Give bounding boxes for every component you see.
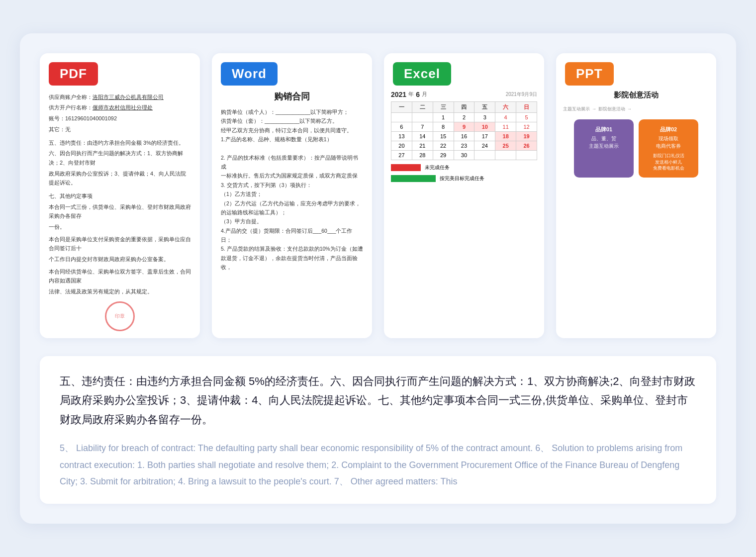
- pdf-content: 供应商账户全称：洛阳市三威办公机具有限公司 供方开户行名称：偃师市农村信用社分理…: [40, 86, 200, 338]
- ppt-box-2: 品牌02 现场领取 电商代客券 影院门口礼仪活 发送相小鲜儿 免费看电影机会: [639, 119, 698, 178]
- pdf-line-11: 本合同是采购单位支付采购资金的重要依据，采购单位应自合同签订后十: [49, 235, 191, 253]
- text-section: 五、违约责任：由违约方承担合同金额 5%的经济责任。六、因合同执行而产生问题的解…: [40, 356, 716, 504]
- excel-row-5: 27 28 29 30: [391, 150, 537, 160]
- excel-badge: Excel: [393, 62, 451, 86]
- excel-row-1: 1 2 3 4 5: [391, 112, 537, 122]
- ppt-title: 影院创意活动: [563, 91, 709, 100]
- excel-sub-date: 2021年9月9日: [506, 91, 537, 98]
- pdf-line-7: 政局政府采购办公室投诉；3、提请仲裁；4、向人民法院提起诉讼。: [49, 169, 191, 187]
- excel-bar-green: [391, 175, 436, 182]
- excel-footer-label1: 未完成任务: [425, 164, 450, 171]
- excel-date-header: 2021 年 6 月 2021年9月9日: [391, 91, 537, 98]
- excel-col-sun: 日: [516, 101, 537, 112]
- pdf-line-5: 五、违约责任：由违约方承担合同金额 3%的经济责任。: [49, 138, 191, 148]
- ppt-card: PPT 影院创意活动 主题互动展示 → 影院创意活动 → 品牌01 品、董、贸 …: [556, 53, 716, 338]
- pdf-line-3: 账号：16129601040001092: [49, 114, 191, 123]
- word-text: 购货单位（或个人）：____________以下简称甲方； 供货单位（套）：__…: [221, 107, 363, 272]
- excel-col-thu: 四: [454, 101, 474, 112]
- word-content: 购销合同 购货单位（或个人）：____________以下简称甲方； 供货单位（…: [212, 86, 372, 279]
- english-text: 5、 Liability for breach of contract: The…: [60, 440, 696, 490]
- excel-content: 2021 年 6 月 2021年9月9日 一 二 三 四 五: [384, 86, 544, 187]
- pdf-line-14: 法律、法规及政策另有规定的，从其规定。: [49, 287, 191, 296]
- word-badge: Word: [221, 62, 278, 86]
- pdf-line-12: 个工作日内提交封市财政局政府采购办公室备案。: [49, 255, 191, 264]
- pdf-badge: PDF: [49, 62, 98, 86]
- excel-calendar-table: 一 二 三 四 五 六 日 1: [391, 101, 537, 160]
- excel-month: 6: [416, 91, 420, 98]
- chinese-text: 五、违约责任：由违约方承担合同金额 5%的经济责任。六、因合同执行而产生问题的解…: [60, 372, 696, 430]
- ppt-breadcrumb: 主题互动展示 → 影院创意活动 →: [563, 106, 709, 112]
- excel-card: Excel 2021 年 6 月 2021年9月9日 一 二 三: [384, 53, 544, 338]
- excel-col-mon: 一: [391, 101, 412, 112]
- excel-bar-red: [391, 164, 421, 171]
- excel-footer-2: 按完美目标完成任务: [391, 175, 537, 182]
- excel-footer-label2: 按完美目标完成任务: [440, 175, 484, 182]
- pdf-line-8: 七、其他约定事项: [49, 191, 191, 201]
- pdf-card: PDF 供应商账户全称：洛阳市三威办公机具有限公司 供方开户行名称：偃师市农村信…: [40, 53, 200, 338]
- ppt-badge: PPT: [565, 62, 614, 86]
- pdf-line-4: 其它：无: [49, 125, 191, 134]
- excel-col-wed: 三: [433, 101, 454, 112]
- ppt-box-1: 品牌01 品、董、贸 主题互动展示: [574, 119, 634, 178]
- word-card: Word 购销合同 购货单位（或个人）：____________以下简称甲方； …: [212, 53, 372, 338]
- excel-col-sat: 六: [495, 101, 516, 112]
- cards-row: PDF 供应商账户全称：洛阳市三威办公机具有限公司 供方开户行名称：偃师市农村信…: [40, 53, 716, 338]
- excel-row-4: 20 21 22 23 24 25 26: [391, 141, 537, 150]
- pdf-line-2: 供方开户行名称：偃师市农村信用社分理处: [49, 103, 191, 112]
- excel-col-fri: 五: [474, 101, 495, 112]
- pdf-line-1: 供应商账户全称：洛阳市三威办公机具有限公司: [49, 93, 191, 102]
- ppt-boxes: 品牌01 品、董、贸 主题互动展示 品牌02 现场领取 电商代客券 影院门口礼仪…: [563, 119, 709, 178]
- excel-col-tue: 二: [412, 101, 433, 112]
- excel-row-3: 13 14 15 16 17 18 19: [391, 131, 537, 141]
- excel-footer: 未完成任务: [391, 164, 537, 171]
- pdf-seal: 印章: [105, 301, 135, 331]
- pdf-line-9: 本合同一式三份，供货单位、采购单位、登封市财政局政府采购办各留存: [49, 202, 191, 221]
- pdf-line-6: 六、因合同执行而产生问题的解决方式：1、双方协商解决；2、向登封市财: [49, 149, 191, 167]
- ppt-content: 影院创意活动 主题互动展示 → 影院创意活动 → 品牌01 品、董、贸 主题互动…: [556, 86, 716, 183]
- pdf-line-10: 一份。: [49, 222, 191, 232]
- excel-year: 2021: [391, 91, 406, 98]
- pdf-line-13: 本合同经供货单位、采购单位双方签字、盖章后生效，合同内容如遇国家: [49, 267, 191, 285]
- main-container: PDF 供应商账户全称：洛阳市三威办公机具有限公司 供方开户行名称：偃师市农村信…: [20, 33, 736, 524]
- word-title: 购销合同: [221, 91, 363, 102]
- excel-row-2: 6 7 8 9 10 11 12: [391, 122, 537, 131]
